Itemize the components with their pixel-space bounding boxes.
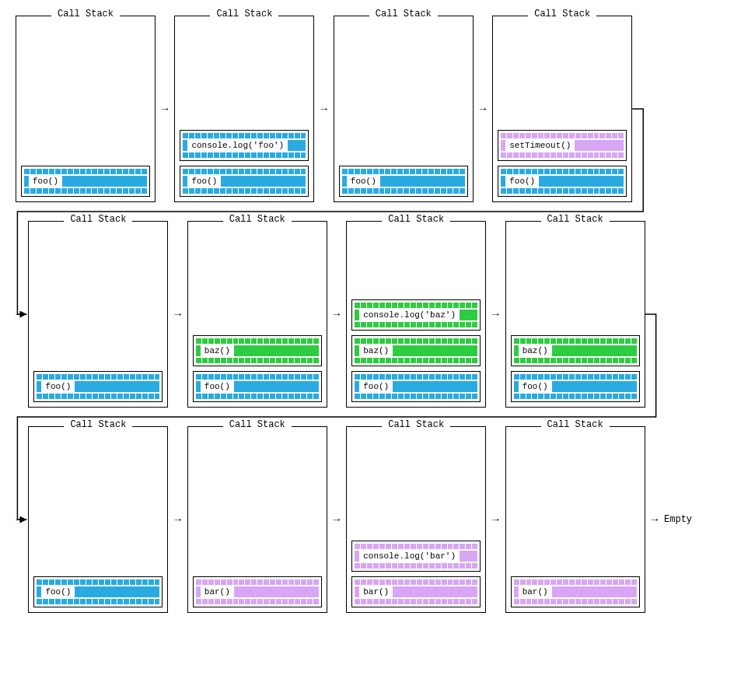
arrow-icon: → <box>480 103 486 114</box>
stack-row: →Call Stackfoo()→Call Stackbaz()foo()→Ca… <box>16 221 718 408</box>
frame-label: foo() <box>30 176 61 187</box>
stack-frame: foo() <box>21 166 150 197</box>
stack-frame: console.log('baz') <box>351 299 481 331</box>
arrow-icon: → <box>16 309 22 320</box>
stack-frame: foo() <box>351 371 481 402</box>
arrow-icon: → <box>492 309 498 320</box>
stack-title: Call Stack <box>51 9 120 19</box>
frame-label: foo() <box>519 381 551 392</box>
stack-row: Call Stackfoo()→Call Stackconsole.log('f… <box>16 16 718 202</box>
arrow-icon: → <box>334 514 340 525</box>
stack-row: →Call Stackfoo()→Call Stackbar()→Call St… <box>16 426 718 613</box>
frame-label: foo() <box>506 176 538 187</box>
stack-title: Call Stack <box>528 9 596 19</box>
frame-label: setTimeout() <box>506 140 574 151</box>
call-stack: Call Stackbar() <box>187 426 327 613</box>
stack-title: Call Stack <box>223 419 292 430</box>
frame-label: foo() <box>188 176 220 187</box>
call-stack: Call Stackconsole.log('bar')bar() <box>346 426 486 613</box>
stack-title: Call Stack <box>64 214 132 225</box>
stack-frame: bar() <box>351 576 481 607</box>
frame-label: foo() <box>348 176 379 187</box>
frame-label: foo() <box>201 381 233 392</box>
stack-frame: baz() <box>351 335 481 366</box>
stack-frame: baz() <box>193 335 322 366</box>
call-stack: Call Stackfoo() <box>28 221 168 408</box>
arrow-icon: → <box>162 103 168 114</box>
call-stack: Call Stackbaz()foo() <box>187 221 327 408</box>
call-stack: Call Stackconsole.log('foo')foo() <box>174 16 314 202</box>
stack-title: Call Stack <box>541 214 610 225</box>
stack-frame: baz() <box>511 335 640 366</box>
frame-label: foo() <box>42 381 74 392</box>
stack-title: Call Stack <box>382 214 450 225</box>
stack-frame: bar() <box>511 576 640 607</box>
frame-label: console.log('foo') <box>188 140 287 151</box>
stack-title: Call Stack <box>223 214 292 225</box>
stack-title: Call Stack <box>64 419 132 430</box>
frame-label: foo() <box>42 586 74 597</box>
call-stack: Call Stackbaz()foo() <box>505 221 645 408</box>
arrow-icon: → <box>492 514 498 525</box>
stack-title: Call Stack <box>382 419 450 430</box>
stack-frame: foo() <box>180 166 309 197</box>
frame-label: foo() <box>360 381 392 392</box>
arrow-icon: → <box>320 103 327 114</box>
frame-label: console.log('baz') <box>360 310 459 320</box>
stack-frame: bar() <box>193 576 322 607</box>
empty-label: Empty <box>664 514 692 525</box>
frame-label: bar() <box>360 586 392 597</box>
stack-frame: setTimeout() <box>498 130 627 161</box>
stack-frame: console.log('bar') <box>351 541 481 572</box>
stack-title: Call Stack <box>210 9 278 19</box>
frame-label: console.log('bar') <box>360 551 459 562</box>
call-stack: Call Stackfoo() <box>28 426 168 613</box>
frame-label: baz() <box>360 345 392 356</box>
stack-frame: foo() <box>339 166 468 197</box>
stack-title: Call Stack <box>541 419 610 430</box>
arrow-icon: → <box>174 309 180 320</box>
frame-label: baz() <box>201 345 233 356</box>
stack-frame: foo() <box>193 371 322 402</box>
call-stack: Call Stackfoo() <box>16 16 156 202</box>
arrow-icon: → <box>174 514 180 525</box>
arrow-icon: → <box>16 514 22 525</box>
stack-title: Call Stack <box>369 9 438 19</box>
stack-frame: foo() <box>33 576 163 607</box>
stack-frame: foo() <box>33 371 163 402</box>
stack-frame: console.log('foo') <box>180 130 309 161</box>
call-stack: Call StacksetTimeout()foo() <box>492 16 632 202</box>
arrow-icon: → <box>334 309 340 320</box>
frame-label: bar() <box>201 586 233 597</box>
stack-frame: foo() <box>498 166 627 197</box>
arrow-icon: → <box>652 514 658 525</box>
call-stack: Call Stackfoo() <box>334 16 474 202</box>
stack-frame: foo() <box>511 371 640 402</box>
call-stack: Call Stackbar() <box>505 426 645 613</box>
call-stack: Call Stackconsole.log('baz')baz()foo() <box>346 221 486 408</box>
frame-label: baz() <box>519 345 551 356</box>
frame-label: bar() <box>519 586 551 597</box>
